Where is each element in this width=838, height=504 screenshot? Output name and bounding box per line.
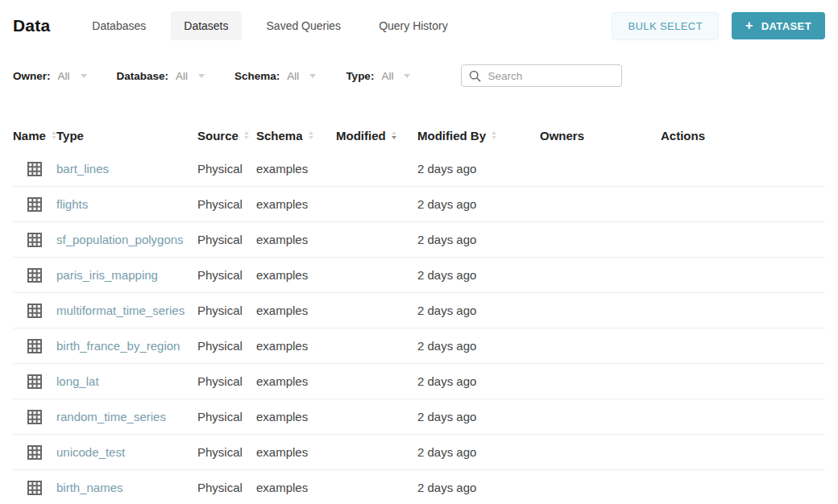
cell-type: Physical bbox=[197, 339, 256, 353]
cell-modified: 2 days ago bbox=[417, 162, 540, 176]
filter-select-database[interactable]: Database:All bbox=[117, 70, 205, 82]
column-header-label: Modified bbox=[336, 129, 386, 143]
sort-icon bbox=[309, 131, 313, 139]
column-header-type: Type bbox=[56, 129, 197, 143]
column-header-source[interactable]: Source bbox=[197, 129, 256, 143]
cell-source: examples bbox=[256, 445, 336, 459]
search-icon bbox=[469, 70, 481, 82]
table-row: bart_linesPhysicalexamples2 days ago bbox=[13, 151, 825, 187]
tab-datasets[interactable]: Datasets bbox=[171, 11, 241, 40]
dataset-name-link[interactable]: birth_names bbox=[56, 481, 123, 494]
column-header-owners: Owners bbox=[540, 129, 661, 143]
filter-select-schema[interactable]: Schema:All bbox=[234, 70, 316, 82]
dataset-grid-icon bbox=[13, 232, 56, 248]
cell-source: examples bbox=[256, 374, 336, 388]
dataset-name-link[interactable]: sf_population_polygons bbox=[56, 233, 184, 246]
cell-type: Physical bbox=[197, 374, 256, 388]
table-row: unicode_testPhysicalexamples2 days ago bbox=[13, 435, 825, 470]
sort-icon bbox=[52, 131, 56, 139]
dataset-name-link[interactable]: birth_france_by_region bbox=[56, 339, 180, 353]
cell-modified: 2 days ago bbox=[417, 374, 540, 388]
column-header-label: Owners bbox=[540, 129, 584, 143]
cell-type: Physical bbox=[197, 410, 256, 423]
column-header-label: Source bbox=[197, 129, 239, 143]
page-title: Data bbox=[13, 16, 50, 35]
chevron-down-icon bbox=[404, 74, 410, 78]
cell-modified: 2 days ago bbox=[417, 445, 540, 459]
column-header-modified[interactable]: Modified bbox=[336, 129, 417, 143]
dataset-name-link[interactable]: unicode_test bbox=[56, 445, 125, 459]
cell-source: examples bbox=[256, 410, 336, 423]
dataset-name-link[interactable]: bart_lines bbox=[56, 162, 109, 176]
filter-group: Owner:AllDatabase:AllSchema:AllType:All bbox=[13, 70, 440, 82]
cell-type: Physical bbox=[197, 233, 256, 246]
cell-source: examples bbox=[256, 268, 336, 282]
filter-select-owner[interactable]: Owner:All bbox=[13, 70, 87, 82]
dataset-grid-icon bbox=[13, 303, 56, 319]
sort-icon bbox=[392, 131, 396, 139]
filter-value: All bbox=[58, 70, 70, 82]
filter-value: All bbox=[287, 70, 299, 82]
dataset-grid-icon bbox=[13, 338, 56, 354]
cell-source: examples bbox=[256, 304, 336, 317]
nav-tabs: DatabasesDatasetsSaved QueriesQuery Hist… bbox=[79, 11, 460, 40]
dataset-name-link[interactable]: paris_iris_mapping bbox=[56, 268, 158, 282]
table-body: bart_linesPhysicalexamples2 days agoflig… bbox=[13, 151, 825, 504]
filter-select-type[interactable]: Type:All bbox=[346, 70, 410, 82]
filter-label: Database: bbox=[117, 70, 169, 82]
chevron-down-icon bbox=[198, 74, 205, 78]
cell-source: examples bbox=[256, 233, 336, 246]
dataset-name-link[interactable]: random_time_series bbox=[56, 410, 166, 423]
cell-type: Physical bbox=[197, 304, 256, 317]
tab-query-history[interactable]: Query History bbox=[366, 11, 461, 40]
table-row: long_latPhysicalexamples2 days ago bbox=[13, 364, 825, 399]
datasets-table: NameTypeSourceSchemaModifiedModified ByO… bbox=[13, 119, 825, 504]
add-dataset-label: DATASET bbox=[761, 20, 811, 32]
dataset-name-link[interactable]: multiformat_time_series bbox=[56, 304, 185, 317]
column-header-label: Modified By bbox=[417, 129, 486, 143]
cell-modified: 2 days ago bbox=[417, 304, 540, 317]
table-row: sf_population_polygonsPhysicalexamples2 … bbox=[13, 222, 825, 258]
cell-modified: 2 days ago bbox=[417, 233, 540, 246]
table-row: random_time_seriesPhysicalexamples2 days… bbox=[13, 399, 825, 435]
top-bar: Data DatabasesDatasetsSaved QueriesQuery… bbox=[0, 0, 838, 52]
cell-type: Physical bbox=[197, 268, 256, 282]
table-row: birth_namesPhysicalexamples2 days ago bbox=[13, 470, 825, 504]
table-row: multiformat_time_seriesPhysicalexamples2… bbox=[13, 293, 825, 328]
cell-modified: 2 days ago bbox=[417, 197, 540, 211]
filter-label: Type: bbox=[346, 70, 374, 82]
cell-modified: 2 days ago bbox=[417, 410, 540, 423]
cell-source: examples bbox=[256, 481, 336, 494]
cell-modified: 2 days ago bbox=[417, 339, 540, 353]
column-header-schema[interactable]: Schema bbox=[256, 129, 336, 143]
column-header-modified-by[interactable]: Modified By bbox=[417, 129, 540, 143]
chevron-down-icon bbox=[309, 74, 316, 78]
bulk-select-button[interactable]: BULK SELECT bbox=[612, 12, 719, 40]
filter-bar: Owner:AllDatabase:AllSchema:AllType:All bbox=[0, 60, 838, 92]
column-header-label: Type bbox=[56, 129, 84, 143]
search-box bbox=[461, 64, 622, 87]
datasets-page: Data DatabasesDatasetsSaved QueriesQuery… bbox=[0, 0, 838, 504]
column-header-label: Schema bbox=[256, 129, 303, 143]
table-row: flightsPhysicalexamples2 days ago bbox=[13, 187, 825, 222]
dataset-name-link[interactable]: flights bbox=[56, 197, 88, 211]
column-header-label: Actions bbox=[661, 129, 705, 143]
tab-saved-queries[interactable]: Saved Queries bbox=[254, 11, 355, 40]
column-header-name[interactable]: Name bbox=[13, 129, 56, 143]
cell-type: Physical bbox=[197, 481, 256, 494]
table-row: paris_iris_mappingPhysicalexamples2 days… bbox=[13, 258, 825, 293]
cell-modified: 2 days ago bbox=[417, 268, 540, 282]
cell-source: examples bbox=[256, 197, 336, 211]
search-input[interactable] bbox=[487, 70, 614, 82]
dataset-grid-icon bbox=[13, 267, 56, 283]
filter-value: All bbox=[381, 70, 393, 82]
cell-source: examples bbox=[256, 162, 336, 176]
filter-label: Schema: bbox=[234, 70, 280, 82]
dataset-name-link[interactable]: long_lat bbox=[56, 374, 99, 388]
column-header-label: Name bbox=[13, 129, 46, 143]
dataset-grid-icon bbox=[13, 444, 56, 461]
tab-databases[interactable]: Databases bbox=[79, 11, 159, 40]
dataset-grid-icon bbox=[13, 161, 56, 177]
filter-value: All bbox=[176, 70, 188, 82]
add-dataset-button[interactable]: + DATASET bbox=[732, 12, 825, 39]
